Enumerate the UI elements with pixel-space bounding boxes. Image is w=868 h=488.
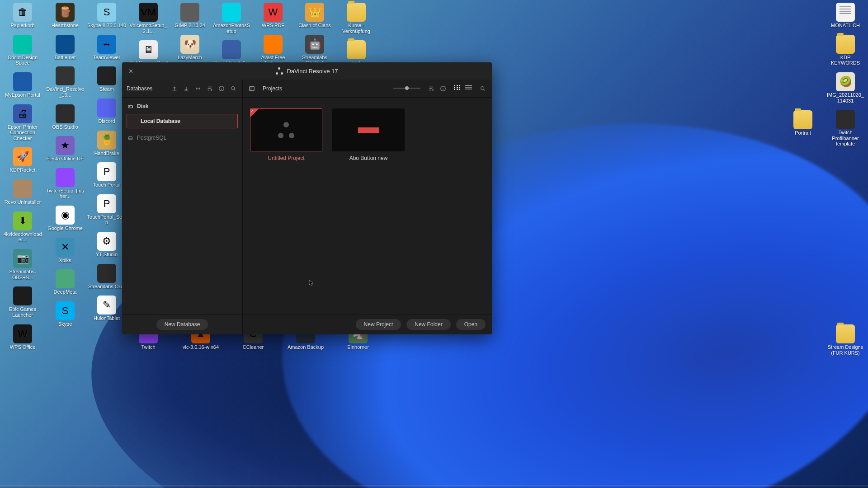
desktop-icon[interactable]: 🚀KDPRocket <box>3 147 42 173</box>
desktop-icon[interactable]: Kurse - Verknüpfung <box>336 3 376 34</box>
desktop-icon[interactable]: MONATLICH <box>826 3 865 28</box>
thumbnail-size-slider[interactable] <box>393 88 420 89</box>
desktop-icon-label: Hearthstone <box>52 23 79 28</box>
desktop-icon[interactable]: Discord <box>87 99 127 124</box>
app-icon: W <box>13 324 32 343</box>
desktop-icon-label: TeamViewer <box>93 55 120 61</box>
new-folder-button[interactable]: New Folder <box>406 319 450 330</box>
desktop-icon-label: Portrait <box>795 130 811 136</box>
desktop-icon[interactable]: Steam <box>87 66 127 92</box>
desktop-icon[interactable]: 🪵Hearthstone <box>45 3 85 28</box>
projects-grid: Untitled ProjectAbo Button new <box>243 98 492 314</box>
db-search-icon[interactable] <box>229 84 238 93</box>
desktop-icon[interactable]: 🤖Streamlabs Chatbot <box>295 35 335 66</box>
desktop-icon-label: Amazon Backup <box>288 344 324 350</box>
desktop-icon[interactable]: Revo Uninstaller <box>3 179 42 205</box>
sidebar-toggle-icon[interactable] <box>247 84 256 93</box>
desktop-icon-label: HandBrake <box>94 150 119 156</box>
db-info-icon[interactable] <box>217 84 226 93</box>
project-thumbnail[interactable] <box>332 108 405 151</box>
app-icon: VM <box>139 3 158 22</box>
proj-sort-icon[interactable] <box>427 84 436 93</box>
postgresql-group[interactable]: PostgreSQL <box>127 133 238 143</box>
disk-group[interactable]: Disk <box>127 101 238 111</box>
titlebar[interactable]: ✕ DaVinci Resolve 17 <box>122 62 492 80</box>
desktop-icon-label: Clash of Clans <box>298 23 331 28</box>
desktop-icon[interactable]: WWPS Office <box>3 324 42 350</box>
desktop-icon[interactable]: TwitchSetup_[[usher... <box>45 168 85 199</box>
desktop-icon-label: Stream Designs (FÜR KURS) <box>826 344 865 356</box>
desktop-icon[interactable]: ◉Google Chrome <box>45 206 85 231</box>
desktop-icon[interactable]: DaVinci_Resolve_16... <box>45 66 85 98</box>
desktop-icon[interactable]: SSkype-8.75.0.140 <box>87 3 127 28</box>
desktop-icon[interactable]: AmazonPhotosSetup <box>212 3 251 34</box>
desktop-icon[interactable]: PTouchPortal_Setup <box>87 194 127 225</box>
desktop-icon[interactable]: MyEpson Portal <box>3 72 42 98</box>
desktop-icon[interactable]: Battle.net <box>45 35 85 61</box>
proj-search-icon[interactable] <box>478 84 487 93</box>
desktop-icon[interactable]: Twitch Profilbanner template <box>826 110 865 147</box>
desktop-icon[interactable]: Streamlabs OBS <box>87 264 127 290</box>
desktop-icon[interactable]: VMVoicemodSetup_2.1... <box>128 3 168 34</box>
open-button[interactable]: Open <box>456 319 486 330</box>
app-icon <box>222 40 241 59</box>
project-thumbnail[interactable] <box>250 108 322 151</box>
project-card[interactable]: Untitled Project <box>250 108 322 161</box>
new-project-button[interactable]: New Project <box>356 319 401 330</box>
proj-info-icon[interactable] <box>439 84 448 93</box>
project-manager-window: ✕ DaVinci Resolve 17 Databases Disk <box>122 62 492 334</box>
desktop-icon-label: MONATLICH <box>831 23 860 28</box>
desktop-icon[interactable]: 👑Clash of Clans <box>295 3 335 28</box>
local-database-item[interactable]: Local Database <box>127 114 238 128</box>
desktop-icon[interactable]: WWPS PDF <box>253 3 293 28</box>
desktop-icon-label: Epic Games Launcher <box>3 306 42 318</box>
desktop-icon[interactable]: ✕Xpiks <box>45 238 85 263</box>
project-card[interactable]: Abo Button new <box>332 108 405 161</box>
desktop-icon[interactable]: Avast Free Antivirus <box>253 35 293 66</box>
desktop-icon[interactable]: Epic Games Launcher <box>3 286 42 318</box>
desktop-icon[interactable]: 📷Streamlabs-OBS+S... <box>3 249 42 280</box>
app-icon: 🪵 <box>56 3 75 22</box>
desktop-icon[interactable]: ⬇4kvideodownloader... <box>3 211 42 243</box>
desktop-icon[interactable]: OBS Studio <box>45 104 85 130</box>
desktop-icon[interactable]: ★Fiesta Online DE <box>45 136 85 162</box>
db-sort-icon[interactable] <box>205 84 214 93</box>
desktop-icon[interactable]: ↔TeamViewer <box>87 35 127 61</box>
desktop-icon[interactable]: KDP KEYWORDS <box>826 35 865 66</box>
desktop-icon[interactable]: ⚙YT Studio <box>87 232 127 258</box>
svg-point-6 <box>481 86 484 89</box>
thumbnail-content <box>358 127 379 133</box>
app-icon <box>836 3 855 22</box>
desktop-icon[interactable]: GIMP 2.10.24 <box>170 3 210 28</box>
grid-view-icon[interactable] <box>454 85 461 92</box>
app-icon <box>56 168 75 187</box>
taskbar[interactable] <box>0 485 868 488</box>
desktop-icon[interactable]: PTouch Portal <box>87 162 127 188</box>
db-upload-icon[interactable] <box>170 84 179 93</box>
desktop-icon-label: Epson Printer Connection Checker <box>3 124 42 141</box>
db-link-icon[interactable] <box>193 84 203 93</box>
desktop-icon[interactable]: 🍍HandBrake <box>87 131 127 156</box>
list-view-icon[interactable] <box>465 85 472 92</box>
desktop-icon-label: Touch Portal <box>93 182 120 188</box>
desktop-icon[interactable]: Stream Designs (FÜR KURS) <box>826 324 865 356</box>
desktop-icon[interactable]: SSkype <box>45 301 85 327</box>
desktop-icon-label: KDP KEYWORDS <box>826 55 865 66</box>
desktop-icon[interactable]: 🖨Epson Printer Connection Checker <box>3 104 42 141</box>
databases-label: Databases <box>127 85 152 92</box>
desktop-icon[interactable]: 🗑Papierkorb <box>3 3 42 28</box>
app-icon <box>793 110 812 129</box>
desktop-icon-label: Einhorner <box>347 344 369 350</box>
close-icon[interactable]: ✕ <box>128 68 133 75</box>
desktop-icon-label: AmazonPhotosSetup <box>212 23 251 34</box>
app-icon: 📷 <box>13 249 32 268</box>
desktop-icon-label: Skype <box>58 321 72 327</box>
desktop-icon[interactable]: Portrait <box>783 110 823 136</box>
db-download-icon[interactable] <box>182 84 191 93</box>
desktop-icon[interactable]: 🐶LazyMerch <box>170 35 210 61</box>
desktop-icon[interactable]: 🥝IMG_20211020_114031 <box>826 72 865 103</box>
desktop-icon[interactable]: ✎HuionTablet <box>87 296 127 321</box>
desktop-icon[interactable]: DeepMeta <box>45 269 85 295</box>
new-database-button[interactable]: New Database <box>156 319 208 330</box>
desktop-icon[interactable]: Cricut Design Space <box>3 35 42 66</box>
